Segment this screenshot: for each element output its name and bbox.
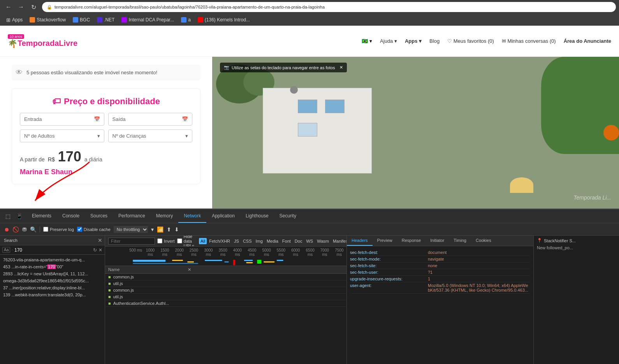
window-2 [325,100,345,113]
upload-icon[interactable]: ⬆ [167,226,171,233]
net-icon [97,17,102,23]
bookmark-kernels[interactable]: (136) Kernels Introd... [195,16,253,24]
logo-text: TemporadaLivre [18,39,77,48]
device-icon[interactable]: 📱 [14,212,24,220]
download-icon[interactable]: ⬇ [174,226,179,233]
filter-ws[interactable]: WS [304,238,315,244]
details-tab-initiator[interactable]: Initiator [426,236,449,246]
reload-button[interactable]: ↻ [28,2,39,12]
invert-input[interactable] [157,238,162,243]
details-tab-headers[interactable]: Headers [347,236,373,246]
conversas-nav[interactable]: ✉ Minhas conversas (0) [502,38,556,44]
header-value-4: 1 [428,276,430,281]
filter-wasm[interactable]: Wasm [315,238,331,244]
tab-performance[interactable]: Performance [113,209,151,223]
throttle-select[interactable]: No throttling [114,226,148,233]
tl-5500: 5500 ms [274,248,288,257]
tab-network[interactable]: Network [178,209,206,223]
entrada-input[interactable]: Entrada 📅 [20,113,104,126]
tooltip-close-button[interactable]: ✕ [339,65,343,70]
saida-input[interactable]: Saída 📅 [108,113,193,126]
favoritos-nav[interactable]: ♡ Meus favoritos (0) [447,38,494,44]
refresh-search-button[interactable]: ↻ [93,247,97,253]
details-close-x[interactable]: ✕ [188,267,191,272]
back-button[interactable]: ← [3,2,14,12]
flag-dropdown[interactable]: 🇧🇷 ▾ [362,38,372,44]
record-button[interactable]: ⏺ [4,226,9,233]
bookmark-a[interactable]: a [178,16,194,24]
search-result-0[interactable]: 76203-vila-praiana-apartamento-de-um-q..… [0,256,105,263]
wifi-icon[interactable]: 📶 [157,226,164,233]
tab-security[interactable]: Security [274,209,302,223]
preserve-log-checkbox[interactable]: Preserve log [43,227,74,232]
search-input[interactable] [14,247,91,253]
filter-input[interactable] [108,238,155,245]
invert-checkbox[interactable]: Invert [157,238,175,243]
list-item-0[interactable]: ■ common.js [105,274,346,280]
search-button[interactable]: 🔍 [30,226,37,233]
search-result-1[interactable]: 453 ...in-rate-in-cents="170"00" [0,263,105,270]
filter-img[interactable]: Img [254,238,264,244]
bookmark-stackoverflow[interactable]: Stackoverflow [26,16,69,24]
list-item-4[interactable]: ■ AuthenticationService.Authl... [105,300,346,307]
tab-elements[interactable]: Elements [26,209,57,223]
search-result-5[interactable]: 139 ...webkit-transform:translate3d(0, 2… [0,291,105,298]
details-tab-timing[interactable]: Timing [449,236,471,246]
filter-all[interactable]: All [199,238,207,244]
search-result-2[interactable]: 2893 ...licKey = new Uint8Array([4, 11, … [0,270,105,277]
filter-media[interactable]: Media [265,238,280,244]
price-row: A partir de R$ 170 a diária [20,149,192,165]
bookmark-apps[interactable]: ⊞ Apps [3,16,26,24]
disable-cache-label: Disable cache [84,227,111,232]
tl-7000: 7000 ms [317,248,332,257]
apps-nav[interactable]: Apps ▾ [405,38,422,44]
search-close-button[interactable]: ✕ [98,237,102,243]
bookmark-internal[interactable]: Internal DCA Prepar... [118,16,177,24]
bookmark-bgc[interactable]: BGC [70,16,93,24]
forward-button[interactable]: → [16,2,26,12]
anunciante-nav[interactable]: Área do Anunciante [564,38,611,44]
hide-data-urls-checkbox[interactable]: Hide data URLs [177,236,195,247]
tab-lighthouse[interactable]: Lighthouse [240,209,274,223]
search-result-3[interactable]: omega-3d3b5da62f9ee18654fb1f915d595c... [0,277,105,284]
bookmark-net[interactable]: .NET [94,16,118,24]
filter-css[interactable]: CSS [241,238,253,244]
item-name-3: util.js [113,294,123,299]
list-item-1[interactable]: ■ util.js [105,280,346,287]
list-item-3[interactable]: ■ util.js [105,294,346,300]
preserve-log-input[interactable] [43,227,48,232]
details-tab-response[interactable]: Response [397,236,426,246]
adultos-select[interactable]: Nº de Adultos ▾ [20,130,104,142]
details-tab-cookies[interactable]: Cookies [471,236,496,246]
disable-cache-checkbox[interactable]: Disable cache [77,227,111,232]
headers-content: sec-fetch-dest: document sec-fetch-mode:… [347,246,533,364]
throttle-arrow[interactable]: ▾ [151,226,154,233]
disable-cache-input[interactable] [77,227,82,232]
tab-application[interactable]: Application [206,209,240,223]
tab-console[interactable]: Console [57,209,85,223]
filter-doc[interactable]: Doc [293,238,304,244]
search-result-4[interactable]: 37 ...iner{position:relative;display:inl… [0,284,105,291]
aa-button[interactable]: Aa [2,247,10,253]
filter-font[interactable]: Font [281,238,292,244]
filter-icon-button[interactable]: ⛃ [22,226,27,233]
tab-memory[interactable]: Memory [151,209,178,223]
filter-js[interactable]: JS [232,238,241,244]
tab-sources[interactable]: Sources [85,209,113,223]
list-item-2[interactable]: ■ common.js [105,287,346,294]
hide-data-urls-input[interactable] [177,238,182,243]
address-bar[interactable]: 🔒 temporadalivre.com/aluguel-temporada/b… [42,2,616,12]
criancas-select[interactable]: Nº de Crianças ▾ [108,130,193,142]
clear-button[interactable]: 🚫 [12,226,19,233]
filter-manifest[interactable]: Manifest [331,238,346,244]
blog-nav[interactable]: Blog [429,38,440,44]
preserve-log-label: Preserve log [50,227,74,232]
filter-fetch-xhr[interactable]: Fetch/XHR [208,238,232,244]
tl-3500: 3500 ms [216,248,230,257]
details-tab-preview[interactable]: Preview [373,236,397,246]
clear-search-button[interactable]: ✕ [98,247,102,253]
inspect-icon[interactable]: ⬚ [4,212,12,220]
orange-action-button[interactable] [603,125,619,140]
ajuda-nav[interactable]: Ajuda ▾ [380,38,397,44]
tl-7500: 7500 ms [332,248,346,257]
